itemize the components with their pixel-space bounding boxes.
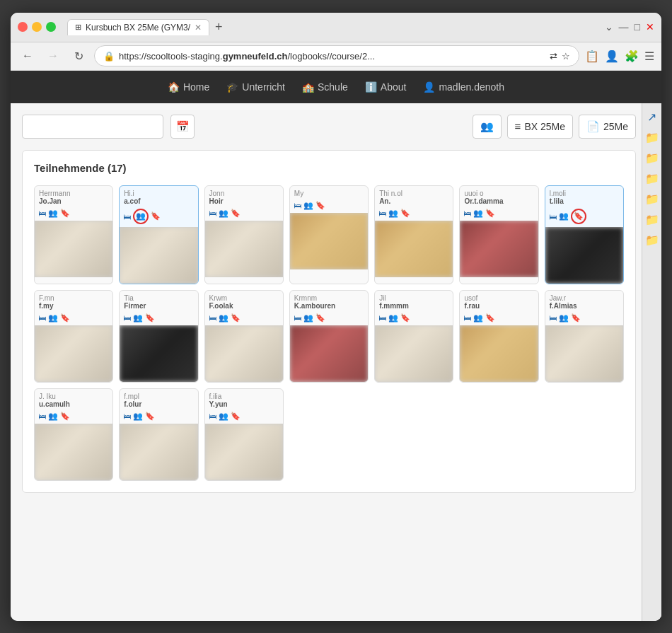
people-icon[interactable]: 👥 bbox=[219, 313, 228, 323]
bed-icon[interactable]: 🛏 bbox=[294, 201, 301, 209]
people-icon[interactable]: 👥 bbox=[303, 313, 313, 323]
active-tab[interactable]: ⊞ Kursbuch BX 25Me (GYM3/ ✕ bbox=[67, 19, 209, 35]
bed-icon[interactable]: 🛏 bbox=[123, 212, 131, 221]
nav-schule[interactable]: 🏫 Schule bbox=[302, 81, 348, 93]
sidebar-folder-1[interactable]: 📁 bbox=[645, 131, 659, 144]
people-icon[interactable]: 👥 bbox=[48, 209, 58, 218]
badge-icon[interactable]: 🔖 bbox=[231, 209, 241, 218]
badge-icon[interactable]: 🔖 bbox=[485, 209, 495, 218]
people-icon[interactable]: 👥 bbox=[219, 209, 228, 218]
people-icon[interactable]: 👥 bbox=[133, 313, 143, 323]
badge-icon[interactable]: 🔖 bbox=[571, 313, 581, 323]
bed-icon[interactable]: 🛏 bbox=[549, 313, 557, 322]
bed-icon[interactable]: 🛏 bbox=[38, 209, 46, 217]
menu-icon[interactable]: ☰ bbox=[644, 50, 654, 63]
bed-icon[interactable]: 🛏 bbox=[209, 313, 216, 322]
bed-icon[interactable]: 🛏 bbox=[209, 209, 216, 217]
badge-icon[interactable]: 🔖 bbox=[485, 313, 495, 323]
window-controls[interactable] bbox=[18, 22, 56, 32]
back-button[interactable]: ← bbox=[18, 46, 37, 66]
translate-icon[interactable]: ⇄ bbox=[550, 51, 557, 62]
bed-icon[interactable]: 🛏 bbox=[463, 313, 471, 322]
badge-icon[interactable]: 🔖 bbox=[571, 209, 586, 224]
window-maximize-button[interactable] bbox=[46, 22, 56, 32]
people-icon[interactable]: 👥 bbox=[473, 313, 483, 323]
reading-list-icon[interactable]: 📋 bbox=[585, 50, 599, 63]
sidebar-folder-5[interactable]: 📁 bbox=[645, 213, 659, 226]
profile-icon[interactable]: 👤 bbox=[605, 50, 619, 63]
student-card[interactable]: Jaw.r f.Almias 🛏👥🔖 bbox=[545, 290, 624, 383]
nav-user[interactable]: 👤 madlen.denoth bbox=[423, 81, 504, 93]
tab-list-icon[interactable]: ⌄ bbox=[605, 21, 613, 33]
student-card[interactable]: l.moli t.lila 🛏👥🔖 bbox=[545, 185, 624, 284]
badge-icon[interactable]: 🔖 bbox=[400, 313, 410, 323]
bed-icon[interactable]: 🛏 bbox=[378, 209, 386, 217]
student-card[interactable]: Krmnm K.ambouren 🛏👥🔖 bbox=[289, 290, 369, 383]
student-card[interactable]: f.ilia Y.yun 🛏👥🔖 bbox=[204, 388, 284, 481]
bookmark-icon[interactable]: ☆ bbox=[562, 51, 570, 62]
student-card[interactable]: My 🛏👥🔖 bbox=[289, 185, 369, 284]
badge-icon[interactable]: 🔖 bbox=[231, 412, 241, 421]
badge-icon[interactable]: 🔖 bbox=[315, 313, 325, 323]
minimize-icon[interactable]: — bbox=[619, 21, 629, 33]
people-icon[interactable]: 👥 bbox=[48, 412, 58, 421]
forward-button[interactable]: → bbox=[43, 46, 63, 66]
close-window-icon[interactable]: ✕ bbox=[646, 21, 654, 33]
bed-icon[interactable]: 🛏 bbox=[378, 313, 386, 322]
student-card[interactable]: uuoi o Or.t.damma 🛏👥🔖 bbox=[459, 185, 538, 284]
window-close-button[interactable] bbox=[18, 22, 28, 32]
bed-icon[interactable]: 🛏 bbox=[38, 313, 46, 322]
badge-icon[interactable]: 🔖 bbox=[60, 209, 70, 218]
student-card[interactable]: Thi n.ol An. 🛏👥🔖 bbox=[374, 185, 453, 284]
bed-icon[interactable]: 🛏 bbox=[38, 412, 46, 420]
people-icon[interactable]: 👥 bbox=[303, 201, 313, 210]
calendar-button[interactable]: 📅 bbox=[170, 115, 195, 139]
badge-icon[interactable]: 🔖 bbox=[231, 313, 241, 323]
extensions-icon[interactable]: 🧩 bbox=[625, 50, 639, 63]
nav-about[interactable]: ℹ️ About bbox=[365, 81, 407, 93]
course-bx25-button[interactable]: ≡ BX 25Me bbox=[507, 115, 573, 139]
student-card[interactable]: Herrmann Jo.Jan 🛏👥🔖 bbox=[34, 185, 113, 284]
people-icon[interactable]: 👥 bbox=[388, 209, 398, 218]
student-card[interactable]: Tia Firmer 🛏👥🔖 bbox=[119, 290, 198, 383]
reload-button[interactable]: ↻ bbox=[69, 46, 88, 66]
student-card[interactable]: Hi.i a.cof 🛏👥🔖 bbox=[119, 185, 198, 284]
badge-icon[interactable]: 🔖 bbox=[151, 211, 161, 221]
student-card[interactable]: usof f.rau 🛏👥🔖 bbox=[459, 290, 538, 383]
search-input[interactable] bbox=[22, 115, 163, 139]
badge-icon[interactable]: 🔖 bbox=[60, 313, 70, 323]
bed-icon[interactable]: 🛏 bbox=[123, 313, 131, 322]
badge-icon[interactable]: 🔖 bbox=[400, 209, 410, 218]
student-card[interactable]: f.mpl f.olur 🛏👥🔖 bbox=[119, 388, 198, 481]
badge-icon[interactable]: 🔖 bbox=[145, 412, 155, 421]
sidebar-top-icon[interactable]: ↗ bbox=[647, 110, 656, 124]
people-icon[interactable]: 👥 bbox=[388, 313, 398, 323]
student-card[interactable]: Jil f.mmmm 🛏👥🔖 bbox=[374, 290, 453, 383]
bed-icon[interactable]: 🛏 bbox=[123, 412, 131, 420]
student-card[interactable]: F.mn f.my 🛏👥🔖 bbox=[34, 290, 113, 383]
sidebar-folder-3[interactable]: 📁 bbox=[645, 172, 659, 185]
course-25me-button[interactable]: 📄 25Me bbox=[579, 115, 636, 139]
student-card[interactable]: Jonn Hoir 🛏👥🔖 bbox=[204, 185, 284, 284]
bed-icon[interactable]: 🛏 bbox=[549, 212, 557, 221]
window-minimize-button[interactable] bbox=[32, 22, 42, 32]
people-icon[interactable]: 👥 bbox=[559, 211, 569, 221]
badge-icon[interactable]: 🔖 bbox=[315, 201, 325, 210]
group-view-button[interactable]: 👥 bbox=[473, 115, 502, 139]
sidebar-folder-6[interactable]: 📁 bbox=[645, 233, 659, 247]
badge-icon[interactable]: 🔖 bbox=[145, 313, 155, 323]
people-icon[interactable]: 👥 bbox=[559, 313, 569, 323]
people-icon[interactable]: 👥 bbox=[473, 209, 483, 218]
bed-icon[interactable]: 🛏 bbox=[463, 209, 471, 217]
bed-icon[interactable]: 🛏 bbox=[294, 313, 301, 322]
student-card[interactable]: J. Iku u.camulh 🛏👥🔖 bbox=[34, 388, 113, 481]
nav-home[interactable]: 🏠 Home bbox=[168, 81, 209, 93]
people-icon[interactable]: 👥 bbox=[133, 412, 143, 421]
tab-close-button[interactable]: ✕ bbox=[195, 23, 202, 33]
maximize-icon[interactable]: □ bbox=[635, 21, 640, 33]
student-card[interactable]: Krwm F.oolak 🛏👥🔖 bbox=[204, 290, 284, 383]
sidebar-folder-4[interactable]: 📁 bbox=[645, 192, 659, 206]
people-icon[interactable]: 👥 bbox=[133, 209, 149, 224]
bed-icon[interactable]: 🛏 bbox=[209, 412, 216, 420]
new-tab-button[interactable]: + bbox=[212, 20, 226, 35]
